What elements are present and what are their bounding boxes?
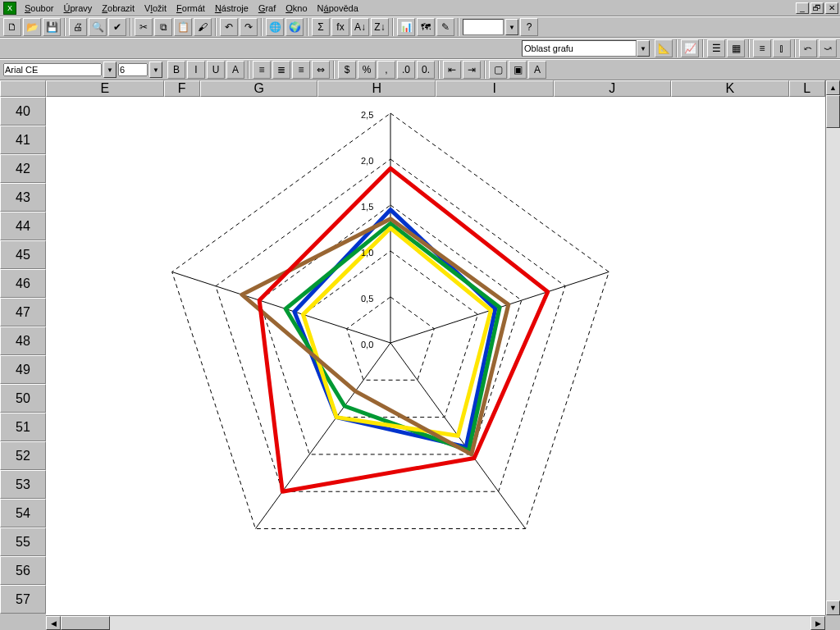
merge-center-icon[interactable]: ⇔ [312,61,330,79]
select-all-corner[interactable] [0,80,46,97]
scroll-thumb[interactable] [61,616,110,630]
angle-cw-icon[interactable]: ⤻ [819,39,837,57]
scroll-up-icon[interactable]: ▲ [826,80,840,95]
cut-icon[interactable]: ✂ [135,18,153,36]
scroll-down-icon[interactable]: ▼ [826,600,840,615]
font-size-combo[interactable] [118,63,148,76]
scroll-right-icon[interactable]: ▶ [810,616,825,630]
data-table-icon[interactable]: ▦ [727,39,745,57]
font-color-a-icon[interactable]: A [226,61,244,79]
percent-icon[interactable]: % [358,61,376,79]
scroll-thumb[interactable] [826,95,840,128]
row-header[interactable]: 51 [0,413,46,441]
print-preview-icon[interactable]: 🔍 [89,18,107,36]
menu-zobrazit[interactable]: Zobrazit [97,2,139,15]
menu-úpravy[interactable]: Úpravy [58,2,97,15]
row-header[interactable]: 56 [0,556,46,585]
increase-decimal-icon[interactable]: .0 [397,61,415,79]
font-color-icon[interactable]: A [528,61,546,79]
spellcheck-icon[interactable]: ✔ [108,18,126,36]
column-header[interactable]: L [789,80,825,97]
row-header[interactable]: 52 [0,441,46,470]
row-header[interactable]: 40 [0,97,46,126]
column-header[interactable]: E [46,80,164,97]
underline-icon[interactable]: U [207,61,225,79]
chevron-down-icon[interactable]: ▼ [103,62,116,78]
by-row-icon[interactable]: ≡ [753,39,771,57]
chart-object[interactable]: 0,00,51,01,52,02,5 [79,97,768,605]
redo-icon[interactable]: ↷ [240,18,258,36]
chart-type-icon[interactable]: 📈 [681,39,699,57]
column-header[interactable]: H [317,80,436,97]
chevron-down-icon[interactable]: ▼ [637,40,650,57]
by-column-icon[interactable]: ⫿ [773,39,791,57]
vertical-scrollbar[interactable]: ▲ ▼ [825,80,840,615]
menu-vložit[interactable]: Vložit [139,2,171,15]
row-header[interactable]: 44 [0,212,46,240]
chevron-down-icon[interactable]: ▼ [149,62,162,78]
menu-nástroje[interactable]: Nástroje [210,2,253,15]
function-icon[interactable]: fx [331,18,349,36]
hyperlink-icon[interactable]: 🌐 [266,18,284,36]
row-header[interactable]: 45 [0,240,46,269]
horizontal-scrollbar[interactable]: ◀ ▶ [46,615,825,630]
column-header[interactable]: J [554,80,672,97]
undo-icon[interactable]: ↶ [220,18,238,36]
minimize-button[interactable]: _ [796,2,809,14]
legend-icon[interactable]: ☰ [707,39,725,57]
zoom-combo[interactable] [463,19,504,35]
comma-icon[interactable]: , [377,61,395,79]
help-icon[interactable]: ? [520,18,538,36]
column-header[interactable]: F [164,80,200,97]
row-header[interactable]: 42 [0,154,46,183]
row-header[interactable]: 48 [0,326,46,355]
decrease-decimal-icon[interactable]: 0. [417,61,435,79]
copy-icon[interactable]: ⧉ [154,18,172,36]
font-combo[interactable] [3,63,102,76]
row-header[interactable]: 46 [0,269,46,298]
drawing-icon[interactable]: ✎ [436,18,454,36]
chevron-down-icon[interactable]: ▼ [505,19,518,35]
format-painter-icon[interactable]: 🖌 [194,18,212,36]
map-icon[interactable]: 🗺 [417,18,435,36]
restore-button[interactable]: 🗗 [810,2,824,14]
scroll-left-icon[interactable]: ◀ [46,616,61,630]
row-header[interactable]: 43 [0,183,46,212]
row-header[interactable]: 53 [0,470,46,499]
sort-asc-icon[interactable]: A↓ [351,18,369,36]
row-header[interactable]: 41 [0,126,46,154]
menu-okno[interactable]: Okno [281,2,312,15]
row-header[interactable]: 49 [0,355,46,384]
align-left-icon[interactable]: ≡ [253,61,271,79]
save-icon[interactable]: 💾 [43,18,61,36]
paste-icon[interactable]: 📋 [174,18,192,36]
menu-soubor[interactable]: Soubor [20,2,58,15]
decrease-indent-icon[interactable]: ⇤ [443,61,461,79]
fill-color-icon[interactable]: ▣ [509,61,527,79]
sort-desc-icon[interactable]: Z↓ [371,18,389,36]
open-icon[interactable]: 📂 [23,18,41,36]
web-icon[interactable]: 🌍 [285,18,304,36]
row-header[interactable]: 47 [0,298,46,326]
chart-wizard-icon[interactable]: 📊 [397,18,415,36]
column-header[interactable]: K [671,80,789,97]
italic-icon[interactable]: I [187,61,205,79]
row-header[interactable]: 57 [0,585,46,614]
menu-graf[interactable]: Graf [253,2,281,15]
currency-icon[interactable]: $ [338,61,356,79]
print-icon[interactable]: 🖨 [69,18,87,36]
align-center-icon[interactable]: ≣ [272,61,290,79]
row-header[interactable]: 54 [0,499,46,527]
format-object-icon[interactable]: 📐 [655,39,673,57]
new-icon[interactable]: 🗋 [3,18,21,36]
borders-icon[interactable]: ▢ [489,61,507,79]
column-header[interactable]: I [436,80,554,97]
column-header[interactable]: G [200,80,318,97]
angle-ccw-icon[interactable]: ⤺ [799,39,817,57]
bold-icon[interactable]: B [167,61,185,79]
row-header[interactable]: 50 [0,384,46,413]
menu-nápověda[interactable]: Nápověda [313,2,363,15]
increase-indent-icon[interactable]: ⇥ [463,61,481,79]
row-header[interactable]: 55 [0,527,46,556]
autosum-icon[interactable]: Σ [312,18,330,36]
